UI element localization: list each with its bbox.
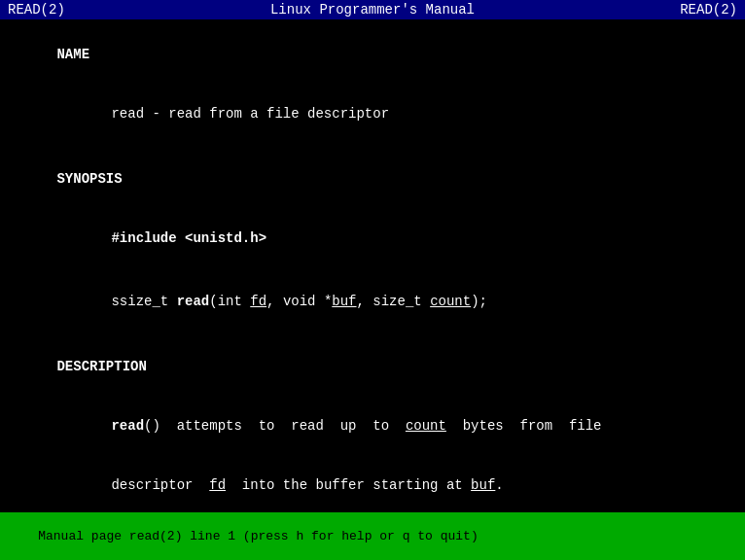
synopsis-include: #include <unistd.h> — [8, 209, 737, 268]
man-page-header: READ(2) Linux Programmer's Manual READ(2… — [0, 0, 745, 19]
header-left: READ(2) — [8, 2, 65, 18]
header-right: READ(2) — [680, 2, 737, 18]
man-page-content: NAME read - read from a file descriptor … — [0, 19, 745, 512]
description-section-header: DESCRIPTION — [8, 336, 737, 396]
synopsis-section-header: SYNOPSIS — [8, 150, 737, 209]
description-para1-line1: read() attempts to read up to count byte… — [8, 396, 737, 455]
synopsis-sig-text: ssize_t read(int fd, void *buf, size_t c… — [111, 294, 487, 309]
description-para1-line2: descriptor fd into the buffer starting a… — [8, 455, 737, 512]
name-content: read - read from a file descriptor — [8, 85, 737, 144]
terminal: READ(2) Linux Programmer's Manual READ(2… — [0, 0, 745, 560]
status-bar-text: Manual page read(2) line 1 (press h for … — [38, 529, 478, 543]
header-center: Linux Programmer's Manual — [270, 2, 475, 18]
synopsis-signature: ssize_t read(int fd, void *buf, size_t c… — [8, 272, 737, 332]
status-bar: Manual page read(2) line 1 (press h for … — [0, 512, 745, 560]
name-section-header: NAME — [8, 25, 737, 85]
